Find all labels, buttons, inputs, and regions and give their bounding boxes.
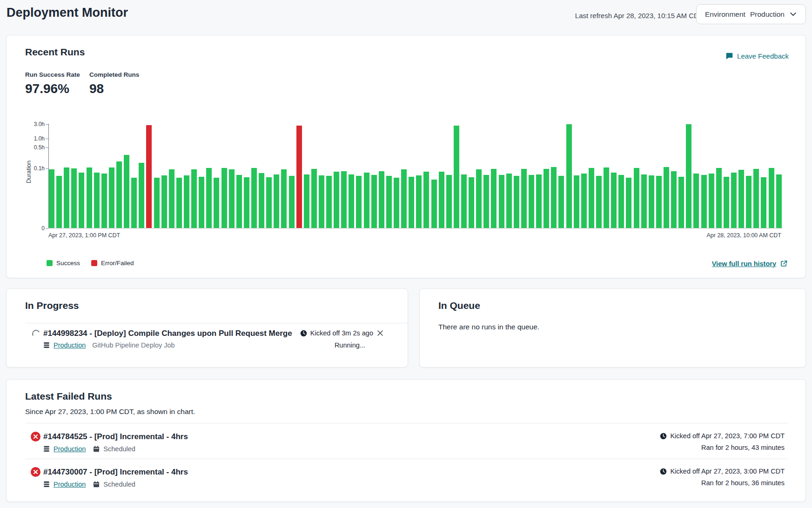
chart-bar-success (229, 169, 235, 228)
chart-bar-success (94, 173, 100, 228)
chart-bar-success (454, 126, 459, 228)
chart-bar-success (281, 169, 287, 228)
chart-bar-success (349, 174, 354, 228)
chart-bar-success (109, 167, 114, 228)
chart-bar-success (724, 177, 729, 228)
clock-icon (300, 330, 307, 337)
environment-dropdown[interactable]: Environment Production (696, 4, 806, 24)
chart-bar-success (491, 169, 497, 228)
chart-bar-success (116, 161, 122, 228)
chart-bar-success (49, 169, 54, 228)
chart-bar-success (716, 168, 722, 228)
chart-bar-success (311, 169, 317, 228)
chart-bar-success (401, 169, 407, 228)
view-full-run-history-link[interactable]: View full run history (712, 260, 788, 267)
duration-bar-chart[interactable]: 3.0h1.0h0.5h0.1h0 (48, 124, 782, 228)
database-icon (43, 342, 50, 348)
divider (25, 459, 789, 459)
chart-bar-success (536, 174, 542, 228)
y-tick-label: 0.1h (20, 165, 45, 172)
environment-dropdown-value: Production (750, 10, 785, 19)
kicked-off-row: Kicked off Apr 27, 2023, 7:00 PM CDT (660, 432, 785, 440)
chart-bar-success (371, 175, 377, 228)
schedule-label: Scheduled (103, 481, 135, 488)
failed-run-meta: Production Scheduled (43, 481, 135, 488)
chart-bar-success (431, 180, 437, 228)
job-type-label: GitHub Pipeline Deploy Job (92, 341, 174, 349)
kicked-off-row: Kicked off Apr 27, 2023, 3:00 PM CDT (660, 468, 785, 475)
chart-bar-success (738, 170, 744, 228)
x-axis-end-label: Apr 28, 2023, 10:00 AM CDT (706, 232, 781, 239)
leave-feedback-button[interactable]: Leave Feedback (725, 52, 789, 60)
chart-bar-success (709, 174, 714, 228)
chart-bar-success (483, 175, 489, 228)
error-badge-icon (31, 432, 40, 441)
legend-label: Success (56, 260, 80, 267)
chart-bar-success (87, 167, 92, 228)
chart-bar-success (341, 171, 347, 228)
kicked-off-label: Kicked off Apr 27, 2023, 3:00 PM CDT (670, 468, 785, 475)
environment-link[interactable]: Production (54, 445, 86, 453)
chart-bar-success (394, 178, 399, 228)
chevron-down-icon (789, 10, 797, 18)
run-duration-label: Ran for 2 hours, 36 minutes (701, 479, 785, 487)
chart-bar-success (499, 175, 504, 228)
chart-bar-success (101, 174, 107, 228)
divider (25, 323, 408, 323)
schedule-label: Scheduled (103, 445, 135, 453)
chart-bar-success (551, 167, 557, 228)
chart-bar-success (611, 173, 617, 228)
chart-bar-success (191, 169, 197, 228)
chart-bar-success (274, 174, 279, 228)
legend-swatch (91, 260, 97, 266)
chart-bar-success (364, 173, 369, 228)
chart-bar-success (664, 167, 669, 228)
divider (25, 423, 789, 423)
chart-bar-success (506, 174, 512, 228)
stat-completed-runs-value: 98 (89, 81, 139, 96)
chart-bar-success (589, 168, 594, 228)
chart-bar-success (626, 178, 631, 228)
chart-plot-area (48, 124, 782, 228)
chart-bar-success (124, 155, 129, 228)
environment-link[interactable]: Production (54, 341, 86, 349)
view-full-run-history-label: View full run history (712, 260, 776, 267)
chart-bar-success (326, 176, 332, 228)
error-badge-icon (31, 467, 40, 477)
last-refresh-text: Last refresh Apr 28, 2023, 10:15 AM CDT (575, 12, 703, 20)
in-queue-title: In Queue (438, 300, 480, 311)
kicked-off-label: Kicked off 3m 2s ago (310, 329, 373, 337)
latest-failed-runs-card: Latest Failed Runs Since Apr 27, 2023, 1… (6, 379, 806, 502)
recent-runs-card: Recent Runs Leave Feedback Run Success R… (6, 35, 806, 278)
chart-bar-success (581, 174, 587, 228)
chart-bar-success (176, 178, 182, 228)
database-icon (43, 446, 50, 452)
chart-bar-success (214, 178, 219, 228)
latest-failed-runs-title: Latest Failed Runs (25, 391, 112, 402)
chart-bar-success (476, 169, 482, 228)
in-queue-empty-message: There are no runs in the queue. (438, 323, 539, 331)
chart-bar-success (423, 172, 429, 228)
chart-bar-success (686, 124, 691, 228)
in-progress-run-title: #144998234 - [Deploy] Compile Changes up… (43, 329, 292, 338)
chart-bar-success (71, 168, 77, 228)
chart-bar-success (558, 176, 564, 228)
environment-link[interactable]: Production (54, 481, 86, 488)
close-icon[interactable] (377, 330, 383, 336)
chat-bubble-icon (725, 52, 733, 60)
in-progress-title: In Progress (25, 300, 79, 311)
chart-bar-success (693, 174, 699, 228)
stat-completed-runs: Completed Runs 98 (89, 71, 139, 96)
chart-bar-success (529, 175, 534, 228)
failed-run-meta: Production Scheduled (43, 445, 135, 453)
chart-bar-success (64, 167, 69, 228)
stat-success-rate-label: Run Success Rate (25, 71, 80, 78)
chart-bar-success (199, 177, 204, 228)
chart-bar-success (409, 177, 414, 228)
spinner-icon (31, 329, 41, 339)
chart-bar-success (251, 168, 257, 228)
chart-bar-success (184, 175, 189, 228)
chart-legend: SuccessError/Failed (47, 260, 134, 267)
calendar-icon (93, 481, 100, 488)
database-icon (43, 481, 50, 488)
